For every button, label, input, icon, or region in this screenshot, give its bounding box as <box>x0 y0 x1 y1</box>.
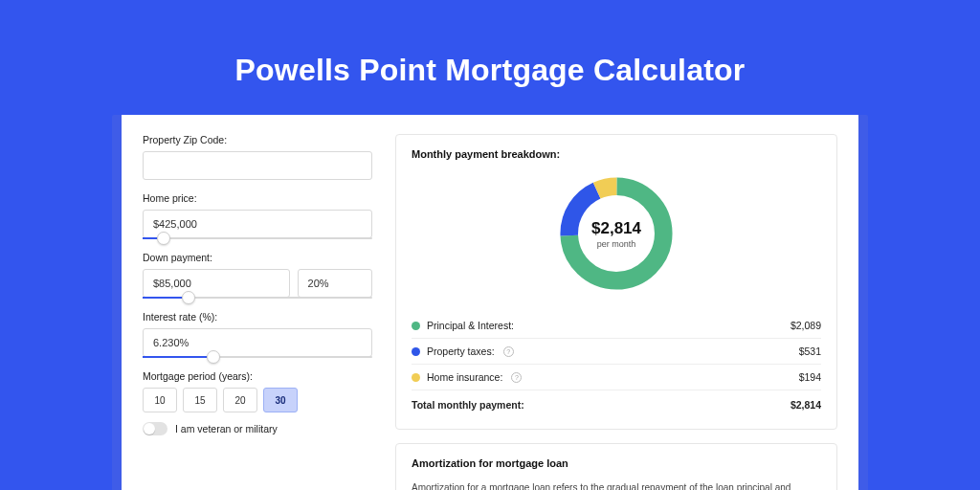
calculator-panel: Property Zip Code: Home price: Down paym… <box>122 115 858 490</box>
period-field-group: Mortgage period (years): 10 15 20 30 <box>143 370 372 412</box>
legend-row-total: Total monthly payment: $2,814 <box>412 390 821 417</box>
veteran-toggle-label: I am veteran or military <box>175 423 278 434</box>
down-payment-slider[interactable] <box>143 297 372 299</box>
legend-value-taxes: $531 <box>799 345 821 357</box>
zip-label: Property Zip Code: <box>143 134 372 145</box>
legend-value-principal: $2,089 <box>791 320 821 331</box>
amortization-card: Amortization for mortgage loan Amortizat… <box>395 443 837 490</box>
legend-row-taxes: Property taxes: ? $531 <box>412 338 821 364</box>
breakdown-card: Monthly payment breakdown: $2,814 per mo… <box>395 134 837 430</box>
home-price-input[interactable] <box>143 210 372 238</box>
legend-row-principal: Principal & Interest: $2,089 <box>412 313 821 338</box>
info-icon[interactable]: ? <box>503 346 514 357</box>
inputs-column: Property Zip Code: Home price: Down paym… <box>143 134 372 490</box>
veteran-toggle-knob <box>144 423 155 434</box>
period-label: Mortgage period (years): <box>143 370 372 382</box>
interest-slider[interactable] <box>143 356 372 358</box>
legend-label-total: Total monthly payment: <box>412 399 524 411</box>
zip-input[interactable] <box>143 151 372 180</box>
legend-value-insurance: $194 <box>799 371 821 383</box>
legend-label-insurance: Home insurance: <box>427 371 502 383</box>
period-option-10[interactable]: 10 <box>143 388 177 412</box>
home-price-field-group: Home price: <box>143 192 372 239</box>
donut-subtext: per month <box>591 239 641 249</box>
down-payment-pct-input[interactable] <box>298 269 372 298</box>
legend-dot-principal <box>412 322 420 330</box>
zip-field-group: Property Zip Code: <box>143 134 372 180</box>
results-column: Monthly payment breakdown: $2,814 per mo… <box>395 134 837 490</box>
down-payment-field-group: Down payment: <box>143 252 372 299</box>
veteran-toggle-row: I am veteran or military <box>143 422 372 435</box>
down-payment-label: Down payment: <box>143 252 372 263</box>
down-payment-slider-thumb[interactable] <box>182 291 195 304</box>
panel-frame: Property Zip Code: Home price: Down paym… <box>112 115 868 490</box>
down-payment-input[interactable] <box>143 269 290 298</box>
home-price-slider-thumb[interactable] <box>157 232 170 245</box>
period-option-20[interactable]: 20 <box>223 388 257 412</box>
donut-chart-wrap: $2,814 per month <box>412 171 821 296</box>
veteran-toggle[interactable] <box>143 422 167 435</box>
interest-label: Interest rate (%): <box>143 311 372 323</box>
period-option-15[interactable]: 15 <box>183 388 217 412</box>
interest-slider-thumb[interactable] <box>207 350 220 364</box>
legend-dot-insurance <box>412 373 420 382</box>
period-option-30[interactable]: 30 <box>263 388 298 412</box>
interest-input[interactable] <box>143 328 372 357</box>
legend-row-insurance: Home insurance: ? $194 <box>412 364 821 390</box>
page-title: Powells Point Mortgage Calculator <box>235 53 746 88</box>
info-icon[interactable]: ? <box>511 372 522 383</box>
breakdown-heading: Monthly payment breakdown: <box>412 148 821 160</box>
home-price-label: Home price: <box>143 192 372 204</box>
home-price-slider[interactable] <box>143 237 372 239</box>
amortization-heading: Amortization for mortgage loan <box>412 457 821 469</box>
donut-amount: $2,814 <box>591 219 641 238</box>
legend-dot-taxes <box>412 347 420 356</box>
legend-value-total: $2,814 <box>791 399 821 411</box>
donut-center: $2,814 per month <box>591 219 641 249</box>
interest-field-group: Interest rate (%): <box>143 311 372 358</box>
amortization-text: Amortization for a mortgage loan refers … <box>412 480 821 490</box>
legend-label-taxes: Property taxes: <box>427 345 495 357</box>
legend-label-principal: Principal & Interest: <box>427 320 514 331</box>
